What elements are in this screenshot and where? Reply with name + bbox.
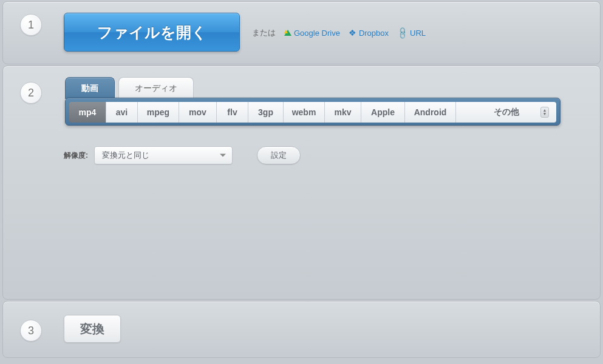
step-badge-1: 1 xyxy=(20,14,42,36)
format-avi[interactable]: avi xyxy=(106,102,137,123)
dropbox-label: Dropbox xyxy=(359,29,389,38)
resolution-row: 解像度: 変換元と同じ 設定 xyxy=(64,146,301,164)
format-bar: mp4 avi mpeg mov flv 3gp webm mkv Apple … xyxy=(65,98,560,126)
or-text: または xyxy=(252,27,276,38)
sort-icon: ▲▼ xyxy=(540,107,549,118)
step-badge-3: 3 xyxy=(20,320,42,342)
resolution-label: 解像度: xyxy=(64,150,88,161)
format-apple[interactable]: Apple xyxy=(361,102,404,123)
media-type-tabs: 動画 オーディオ xyxy=(65,77,194,99)
url-link[interactable]: 🔗 URL xyxy=(397,28,426,38)
resolution-value: 変換元と同じ xyxy=(102,150,149,161)
format-android[interactable]: Android xyxy=(404,102,455,123)
format-3gp[interactable]: 3gp xyxy=(248,102,283,123)
open-file-button[interactable]: ファイルを開く xyxy=(64,13,240,52)
tab-video[interactable]: 動画 xyxy=(65,77,115,99)
format-mpeg[interactable]: mpeg xyxy=(137,102,179,123)
link-icon: 🔗 xyxy=(395,25,409,39)
format-webm[interactable]: webm xyxy=(283,102,324,123)
convert-button[interactable]: 変換 xyxy=(64,315,121,343)
format-mkv[interactable]: mkv xyxy=(324,102,361,123)
format-other-label: その他 xyxy=(494,107,519,118)
tab-audio[interactable]: オーディオ xyxy=(118,77,194,99)
format-flv[interactable]: flv xyxy=(216,102,248,123)
resolution-select[interactable]: 変換元と同じ xyxy=(94,146,233,164)
chevron-down-icon xyxy=(220,154,226,157)
step-badge-2: 2 xyxy=(20,82,42,104)
format-other-dropdown[interactable]: その他 ▲▼ xyxy=(455,102,556,123)
dropbox-icon: ❖ xyxy=(349,28,356,38)
google-drive-link[interactable]: Google Drive xyxy=(284,29,340,38)
alt-sources-row: または Google Drive ❖ Dropbox 🔗 URL xyxy=(252,27,426,38)
format-mp4[interactable]: mp4 xyxy=(69,102,106,123)
step-3-panel: 3 変換 xyxy=(2,301,601,358)
url-label: URL xyxy=(410,29,426,38)
settings-button[interactable]: 設定 xyxy=(257,146,301,164)
google-drive-icon xyxy=(284,30,291,36)
dropbox-link[interactable]: ❖ Dropbox xyxy=(349,28,389,38)
step-2-panel: 2 動画 オーディオ mp4 avi mpeg mov flv 3gp webm… xyxy=(2,66,601,300)
step-1-panel: 1 ファイルを開く または Google Drive ❖ Dropbox 🔗 U… xyxy=(2,1,601,64)
google-drive-label: Google Drive xyxy=(294,29,340,38)
format-mov[interactable]: mov xyxy=(179,102,216,123)
